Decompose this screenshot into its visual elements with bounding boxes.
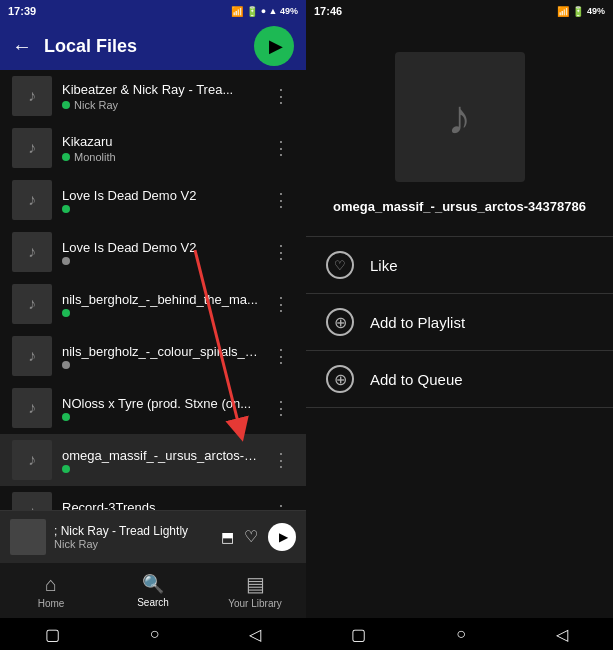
music-note-icon: ♪ xyxy=(28,451,36,469)
play-all-button[interactable]: ▶ xyxy=(254,26,294,66)
mini-play-button[interactable]: ▶ xyxy=(268,523,296,551)
phone-nav-right: ▢ ○ ◁ xyxy=(306,618,613,650)
track-more-button[interactable]: ⋮ xyxy=(268,185,294,215)
nav-library[interactable]: ▤ Your Library xyxy=(225,572,285,609)
search-icon: 🔍 xyxy=(142,573,164,595)
square-button[interactable]: ▢ xyxy=(45,625,60,644)
now-playing-title: ; Nick Ray - Tread Lightly xyxy=(54,524,213,538)
add-to-queue-menu-item[interactable]: ⊕ Add to Queue xyxy=(306,351,613,407)
downloaded-dot xyxy=(62,361,70,369)
track-name: NOloss x Tyre (prod. Stxne (on... xyxy=(62,396,258,411)
nav-library-label: Your Library xyxy=(228,598,282,609)
status-icons-left: 📶 🔋 ● ▲ 49% xyxy=(231,6,298,17)
back-button-phone[interactable]: ◁ xyxy=(249,625,261,644)
signal-icon: 🔋 xyxy=(246,6,258,17)
back-button-phone-right[interactable]: ◁ xyxy=(556,625,568,644)
track-more-button[interactable]: ⋮ xyxy=(268,445,294,475)
track-artist-row xyxy=(62,465,258,473)
cast-icon[interactable]: ⬒ xyxy=(221,529,234,545)
track-item[interactable]: ♪ Record-3Trends ⋮ xyxy=(0,486,306,510)
play-all-icon: ▶ xyxy=(269,35,283,57)
track-artist: Monolith xyxy=(74,151,116,163)
track-more-button[interactable]: ⋮ xyxy=(268,289,294,319)
circle-button-right[interactable]: ○ xyxy=(456,625,466,643)
track-artist-row: Monolith xyxy=(62,151,258,163)
track-more-button[interactable]: ⋮ xyxy=(268,393,294,423)
track-info: nils_bergholz_-_colour_spirals_p... xyxy=(62,344,258,369)
add-to-playlist-icon: ⊕ xyxy=(326,308,354,336)
track-info: nils_bergholz_-_behind_the_ma... xyxy=(62,292,258,317)
track-thumbnail: ♪ xyxy=(12,128,52,168)
downloaded-dot xyxy=(62,309,70,317)
track-more-button[interactable]: ⋮ xyxy=(268,341,294,371)
track-item[interactable]: ♪ NOloss x Tyre (prod. Stxne (on... ⋮ xyxy=(0,382,306,434)
music-note-icon: ♪ xyxy=(28,139,36,157)
track-thumbnail: ♪ xyxy=(12,492,52,510)
track-info: NOloss x Tyre (prod. Stxne (on... xyxy=(62,396,258,421)
now-playing-info: ; Nick Ray - Tread Lightly Nick Ray xyxy=(54,524,213,550)
track-item[interactable]: ♪ Love Is Dead Demo V2 ⋮ xyxy=(0,226,306,278)
album-art-note-icon: ♪ xyxy=(448,90,472,145)
like-label: Like xyxy=(370,257,398,274)
page-title: Local Files xyxy=(44,36,242,57)
track-info: omega_massif_-_ursus_arctos-3... xyxy=(62,448,258,473)
square-button-right[interactable]: ▢ xyxy=(351,625,366,644)
add-to-queue-icon: ⊕ xyxy=(326,365,354,393)
track-info: Kikazaru Monolith xyxy=(62,134,258,163)
downloaded-dot xyxy=(62,257,70,265)
track-info: Kibeatzer & Nick Ray - Trea... Nick Ray xyxy=(62,82,258,111)
nav-search[interactable]: 🔍 Search xyxy=(123,573,183,608)
now-playing-thumbnail xyxy=(10,519,46,555)
downloaded-dot xyxy=(62,101,70,109)
track-item[interactable]: ♪ nils_bergholz_-_colour_spirals_p... ⋮ xyxy=(0,330,306,382)
track-name: omega_massif_-_ursus_arctos-3... xyxy=(62,448,258,463)
battery-icon: 📶 xyxy=(231,6,243,17)
add-to-playlist-menu-item[interactable]: ⊕ Add to Playlist xyxy=(306,294,613,350)
wifi-icon: 📶 xyxy=(557,6,569,17)
track-thumbnail: ♪ xyxy=(12,388,52,428)
track-info: Love Is Dead Demo V2 xyxy=(62,240,258,265)
music-note-icon: ♪ xyxy=(28,243,36,261)
local-files-header: ← Local Files ▶ xyxy=(0,22,306,70)
track-more-button[interactable]: ⋮ xyxy=(268,497,294,510)
nav-home[interactable]: ⌂ Home xyxy=(21,573,81,609)
now-playing-bar: ; Nick Ray - Tread Lightly Nick Ray ⬒ ♡ … xyxy=(0,510,306,562)
status-bar-right: 17:46 📶 🔋 49% xyxy=(306,0,613,22)
track-artist-row xyxy=(62,257,258,265)
track-name: Love Is Dead Demo V2 xyxy=(62,188,258,203)
music-note-icon: ♪ xyxy=(28,295,36,313)
phone-nav-left: ▢ ○ ◁ xyxy=(0,618,306,650)
back-button[interactable]: ← xyxy=(12,35,32,58)
like-menu-item[interactable]: ♡ Like xyxy=(306,237,613,293)
track-thumbnail: ♪ xyxy=(12,232,52,272)
track-item[interactable]: ♪ Kikazaru Monolith ⋮ xyxy=(0,122,306,174)
battery-pct: ● ▲ 49% xyxy=(261,6,298,16)
track-list: ♪ Kibeatzer & Nick Ray - Trea... Nick Ra… xyxy=(0,70,306,510)
track-thumbnail: ♪ xyxy=(12,440,52,480)
track-item[interactable]: ♪ Love Is Dead Demo V2 ⋮ xyxy=(0,174,306,226)
album-art: ♪ xyxy=(395,52,525,182)
track-more-button[interactable]: ⋮ xyxy=(268,133,294,163)
bottom-nav: ⌂ Home 🔍 Search ▤ Your Library xyxy=(0,562,306,618)
track-info: Love Is Dead Demo V2 xyxy=(62,188,258,213)
track-item[interactable]: ♪ nils_bergholz_-_behind_the_ma... ⋮ xyxy=(0,278,306,330)
track-more-button[interactable]: ⋮ xyxy=(268,81,294,111)
track-more-button[interactable]: ⋮ xyxy=(268,237,294,267)
status-icons-right: 📶 🔋 49% xyxy=(557,6,605,17)
track-item-active[interactable]: ♪ omega_massif_-_ursus_arctos-3... ⋮ xyxy=(0,434,306,486)
now-playing-artist: Nick Ray xyxy=(54,538,213,550)
downloaded-dot xyxy=(62,413,70,421)
track-thumbnail: ♪ xyxy=(12,336,52,376)
circle-button[interactable]: ○ xyxy=(150,625,160,643)
track-artist-row xyxy=(62,413,258,421)
right-spacer xyxy=(306,408,613,618)
track-item[interactable]: ♪ Kibeatzer & Nick Ray - Trea... Nick Ra… xyxy=(0,70,306,122)
track-artist-row: Nick Ray xyxy=(62,99,258,111)
heart-icon[interactable]: ♡ xyxy=(244,527,258,546)
library-icon: ▤ xyxy=(246,572,265,596)
track-thumbnail: ♪ xyxy=(12,180,52,220)
status-bar-left: 17:39 📶 🔋 ● ▲ 49% xyxy=(0,0,306,22)
downloaded-dot xyxy=(62,205,70,213)
now-playing-controls: ⬒ ♡ ▶ xyxy=(221,523,296,551)
track-name: Kikazaru xyxy=(62,134,258,149)
